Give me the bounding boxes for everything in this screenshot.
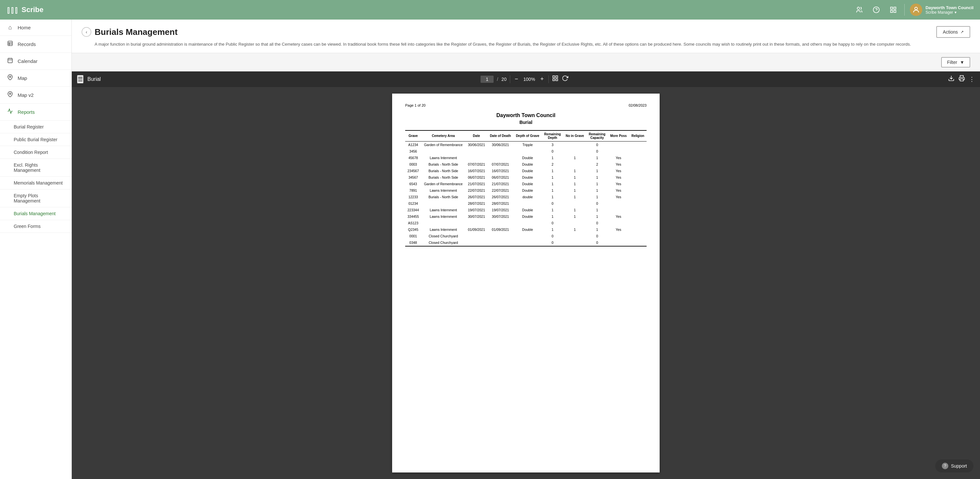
table-cell-3-2: 07/07/2021 (466, 161, 487, 168)
sidebar-item-green-forms[interactable]: Green Forms (0, 220, 72, 233)
table-cell-13-1: Lawns Internment (421, 226, 466, 233)
table-cell-9-8 (608, 200, 629, 207)
pdf-zoom-out-button[interactable]: − (514, 76, 520, 82)
sidebar-item-empty-plots[interactable]: Empty Plots Management (0, 189, 72, 208)
sidebar-item-map[interactable]: Map (0, 70, 72, 87)
sidebar-item-memorials[interactable]: Memorials Management (0, 177, 72, 189)
pdf-print-button[interactable] (958, 75, 965, 83)
table-cell-15-2 (466, 240, 487, 246)
table-cell-3-3: 07/07/2021 (487, 161, 514, 168)
svg-point-17 (10, 93, 11, 95)
pdf-more-button[interactable]: ⋮ (969, 76, 975, 83)
table-cell-9-1 (421, 200, 466, 207)
table-cell-4-1: Burials - North Side (421, 168, 466, 174)
table-cell-12-6 (563, 220, 587, 226)
table-cell-6-2: 21/07/2021 (466, 181, 487, 187)
table-cell-2-8: Yes (608, 155, 629, 161)
filter-button[interactable]: Filter ▼ (941, 57, 970, 68)
table-row: AS12300 (405, 220, 647, 226)
table-row: 0348Closed Churchyard00 (405, 240, 647, 246)
actions-button[interactable]: Actions ↗ (936, 26, 970, 38)
sidebar-item-burials-mgmt[interactable]: Burials Management (0, 208, 72, 220)
pdf-toolbar: ☰ Burial / 20 − 100% + (72, 71, 980, 87)
logo-icon: ⫿⫿⫿ (6, 5, 18, 15)
nav-divider (904, 4, 905, 16)
sidebar-item-mapv2[interactable]: Map v2 (0, 87, 72, 104)
sidebar-item-home[interactable]: ⌂ Home (0, 19, 72, 36)
table-row: 12233Burials - North Side26/07/202126/07… (405, 194, 647, 200)
table-cell-15-4 (514, 240, 542, 246)
table-cell-1-7: 0 (586, 148, 608, 155)
pdf-download-button[interactable] (948, 75, 955, 83)
svg-rect-3 (891, 7, 892, 9)
table-cell-11-4: Double (514, 213, 542, 220)
table-cell-1-5: 0 (542, 148, 563, 155)
pdf-divider-2 (548, 75, 549, 83)
support-button[interactable]: ? Support (935, 460, 974, 473)
sidebar-item-public-burial-register[interactable]: Public Burial Register (0, 133, 72, 146)
back-button[interactable]: ‹ (81, 27, 91, 37)
table-cell-3-6 (563, 161, 587, 168)
table-cell-1-2 (466, 148, 487, 155)
svg-rect-18 (553, 76, 555, 78)
table-cell-10-8 (608, 207, 629, 213)
table-cell-13-2: 01/09/2021 (466, 226, 487, 233)
col-date-of-death: Date of Death (487, 130, 514, 141)
table-cell-6-5: 1 (542, 181, 563, 187)
svg-rect-12 (8, 59, 13, 63)
table-cell-2-5: 1 (542, 155, 563, 161)
table-cell-1-8 (608, 148, 629, 155)
pdf-page: Page 1 of 20 02/08/2023 Dayworth Town Co… (392, 94, 660, 473)
table-cell-5-2: 06/07/2021 (466, 174, 487, 181)
svg-rect-5 (891, 10, 892, 13)
pdf-menu-button[interactable]: ☰ (77, 75, 84, 84)
external-link-icon: ↗ (961, 30, 964, 34)
table-cell-11-1: Lawns Internment (421, 213, 466, 220)
table-cell-14-4 (514, 233, 542, 240)
sidebar: ⌂ Home Records Calendar Map Map v2 (0, 19, 72, 479)
table-cell-13-9 (629, 226, 647, 233)
grid-icon-btn[interactable] (887, 4, 899, 16)
table-cell-0-1: Garden of Remembrance (421, 141, 466, 148)
table-cell-10-3: 19/07/2021 (487, 207, 514, 213)
table-cell-2-3 (487, 155, 514, 161)
table-cell-13-4: Double (514, 226, 542, 233)
table-cell-5-3: 06/07/2021 (487, 174, 514, 181)
user-avatar (910, 3, 922, 16)
table-cell-11-5: 1 (542, 213, 563, 220)
table-cell-1-6 (563, 148, 587, 155)
sidebar-item-records[interactable]: Records (0, 36, 72, 53)
sidebar-item-condition-report[interactable]: Condition Report (0, 146, 72, 159)
sidebar-item-excl-rights[interactable]: Excl. Rights Management (0, 159, 72, 177)
pdf-fit-button[interactable] (552, 75, 558, 83)
sidebar-item-reports[interactable]: Reports (0, 104, 72, 121)
table-cell-0-2: 30/06/2021 (466, 141, 487, 148)
table-cell-4-7: 1 (586, 168, 608, 174)
users-icon-btn[interactable] (853, 4, 865, 16)
pdf-viewer: ☰ Burial / 20 − 100% + (72, 71, 980, 479)
help-icon-btn[interactable] (870, 4, 882, 16)
user-section[interactable]: Dayworth Town Council Scribe Manager ▾ (910, 3, 974, 16)
table-cell-6-7: 1 (586, 181, 608, 187)
sidebar-item-burial-register[interactable]: Burial Register (0, 121, 72, 133)
table-cell-4-3: 16/07/2021 (487, 168, 514, 174)
table-cell-14-0: 0001 (405, 233, 421, 240)
table-cell-3-8: Yes (608, 161, 629, 168)
pdf-page-input[interactable] (480, 76, 493, 83)
table-cell-3-5: 2 (542, 161, 563, 168)
pdf-page-sep: / (497, 77, 498, 82)
table-cell-7-1: Lawns Internment (421, 187, 466, 194)
pdf-page-label: Page 1 of 20 (405, 103, 425, 107)
table-cell-14-2 (466, 233, 487, 240)
table-row: 0003Burials - North Side07/07/202107/07/… (405, 161, 647, 168)
svg-point-7 (915, 7, 917, 10)
pdf-zoom-in-button[interactable]: + (539, 76, 545, 82)
table-cell-9-9 (629, 200, 647, 207)
reports-icon (6, 108, 14, 116)
pdf-rotate-button[interactable] (562, 75, 568, 83)
sidebar-item-calendar[interactable]: Calendar (0, 53, 72, 70)
table-cell-0-5: 3 (542, 141, 563, 148)
pdf-page-meta: Page 1 of 20 02/08/2023 (405, 103, 647, 107)
svg-point-16 (10, 76, 11, 78)
table-cell-11-2: 30/07/2021 (466, 213, 487, 220)
